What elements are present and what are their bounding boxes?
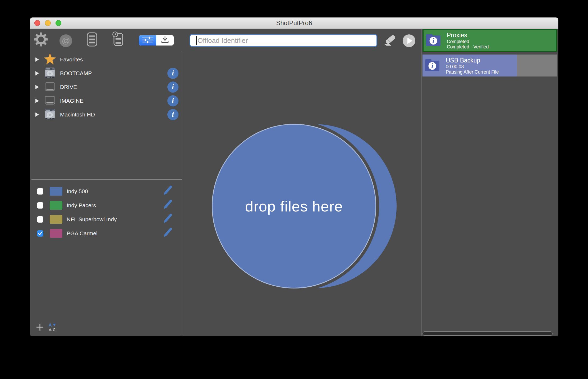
preset-row[interactable]: NFL Superbowl Indy [30,212,182,226]
drive-list: Favorites i [30,53,182,121]
preset-label: Indy Pacers [67,202,96,209]
info-icon: i [172,96,174,105]
desktop-background: ShotPutPro6 [0,0,588,379]
drive-info-button[interactable]: i [167,109,178,120]
log-document-icon [86,32,98,48]
preset-list: Indy 500 Indy Pacers [30,184,182,240]
preset-row[interactable]: Indy 500 [30,184,182,198]
preset-checkbox[interactable] [37,188,43,195]
drive-label: DRIVE [60,84,77,90]
title-bar: ShotPutPro6 [30,17,558,29]
favorites-star-icon [44,53,56,66]
queue-horizontal-scrollbar[interactable] [422,331,553,336]
dropzone[interactable]: drop files here [212,124,376,288]
gear-icon [34,32,48,48]
preset-color-swatch [50,201,62,210]
queue-row-detail-line: Pausing After Current File [446,69,499,74]
edit-pencil-icon[interactable] [161,214,173,225]
mode-segmented-control [139,35,174,46]
sort-az-icon: A Z [48,323,58,332]
sort-presets-button[interactable]: A Z [48,323,58,332]
drive-info-button[interactable]: i [167,68,178,79]
dropzone-label: drop files here [245,198,343,215]
svg-text:A: A [49,323,52,327]
queue-row-status-line: Completed [447,39,489,44]
preset-label: PGA Carmel [67,230,98,237]
start-offload-button[interactable] [403,34,415,47]
app-window: ShotPutPro6 [30,17,558,336]
external-drive-icon [45,96,55,106]
download-icon [160,36,169,45]
folder-info-icon[interactable]: i [426,33,441,48]
offload-identifier-placeholder: Offload Identifier [197,37,248,45]
offload-identifier-input[interactable]: Offload Identifier [190,34,377,47]
eraser-icon [383,33,397,48]
folder-info-icon[interactable]: i [425,58,440,73]
preset-label: Indy 500 [67,188,88,195]
queue-row[interactable]: i Proxies Completed Completed - Verified [422,29,557,52]
preset-row[interactable]: Indy Pacers [30,198,182,212]
log-history-button[interactable] [111,32,125,48]
drive-row[interactable]: DRIVE i [30,80,182,94]
notification-email-button[interactable]: @ [59,34,72,47]
internal-drive-icon [45,109,55,121]
svg-text:i: i [432,37,434,45]
queue-row[interactable]: i USB Backup 00:00:08 Pausing After Curr… [422,55,557,76]
drive-label: IMAGINE [60,98,84,104]
preset-color-swatch [50,187,62,196]
disclosure-triangle-icon[interactable] [35,57,39,62]
preset-checkbox[interactable] [37,230,43,237]
preset-color-swatch [50,229,62,238]
plus-icon [36,323,44,332]
drive-label: Macintosh HD [60,111,95,118]
preset-row[interactable]: PGA Carmel [30,226,182,240]
window-title: ShotPutPro6 [30,17,558,29]
edit-pencil-icon[interactable] [161,228,173,239]
preset-checkbox[interactable] [37,216,43,223]
add-preset-button[interactable] [36,323,44,332]
disclosure-triangle-icon[interactable] [35,112,39,117]
internal-drive-icon [45,67,55,79]
drive-info-button[interactable]: i [167,95,178,106]
edit-pencil-icon[interactable] [161,186,173,197]
play-icon [407,38,412,44]
queue-row-status-line: 00:00:08 [446,64,499,69]
presets-divider [31,179,182,180]
sidebar-divider [182,52,182,336]
preset-label: NFL Superbowl Indy [67,216,117,223]
drive-row[interactable]: IMAGINE i [30,94,182,108]
queue-row-title: USB Backup [446,57,499,64]
drive-label: BOOTCAMP [60,70,92,76]
svg-text:i: i [431,62,433,70]
info-icon: i [172,83,174,91]
clear-button[interactable] [383,34,397,48]
edit-pencil-icon[interactable] [161,200,173,211]
queue-row-title: Proxies [447,32,489,39]
disclosure-triangle-icon[interactable] [35,85,39,89]
log-history-icon [111,31,125,48]
queue-panel-divider [421,29,421,336]
preset-checkbox[interactable] [37,202,43,209]
at-icon: @ [62,34,70,47]
logs-button[interactable] [86,32,98,48]
preset-mode-segment[interactable] [139,35,156,46]
drive-info-button[interactable]: i [167,82,178,93]
drive-label: Favorites [60,56,83,63]
drive-row[interactable]: Favorites i [30,53,182,66]
info-icon: i [172,110,174,118]
svg-text:Z: Z [53,327,55,331]
preset-color-swatch [50,215,62,224]
offload-queue: i Proxies Completed Completed - Verified… [422,29,557,79]
auto-offload-segment[interactable] [156,35,174,46]
drive-row[interactable]: Macintosh HD i [30,108,182,121]
disclosure-triangle-icon[interactable] [35,99,39,103]
preferences-button[interactable] [34,32,48,48]
disclosure-triangle-icon[interactable] [35,71,39,75]
external-drive-icon [45,82,55,92]
sliders-icon [140,36,155,45]
queue-row-detail-line: Completed - Verified [447,44,489,49]
info-icon: i [172,69,174,77]
drive-row[interactable]: BOOTCAMP i [30,66,182,80]
text-cursor [196,36,197,45]
